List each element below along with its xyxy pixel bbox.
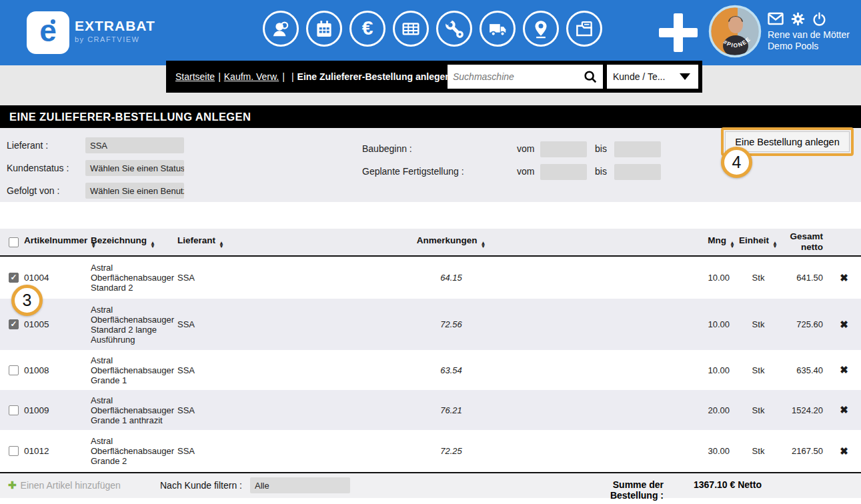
wrench-icon[interactable] <box>436 11 472 47</box>
location-icon[interactable] <box>523 11 559 47</box>
gefolgt-von-label: Gefolgt von : <box>7 185 59 196</box>
cell-mng: 20.00 <box>668 405 735 415</box>
cell-bezeichnung: Astral Oberflächenabsauger Standard 2 la… <box>91 305 177 345</box>
add-article-button[interactable]: ✚ Einen Artikel hinzufügen <box>8 479 121 491</box>
scope-select[interactable]: Kunde / Te... <box>607 65 698 89</box>
baubeginn-bis-label: bis <box>595 143 607 154</box>
table-row: 01012 Astral Oberflächenabsauger Grande … <box>0 430 861 472</box>
sort-icon[interactable] <box>772 242 778 249</box>
main-nav: € <box>263 11 602 47</box>
row-checkbox[interactable] <box>9 273 19 283</box>
cell-bezeichnung: Astral Oberflächenabsauger Grande 2 <box>91 436 177 466</box>
cell-mng: 10.00 <box>668 273 735 283</box>
cell-gesamt-netto: 1524.20 <box>782 405 827 415</box>
cell-anmerkungen: 64.15 <box>234 273 668 283</box>
order-sum-value: 1367.10 € Netto <box>694 479 762 490</box>
cell-artikelnummer: 01005 <box>24 319 91 329</box>
remove-row-icon[interactable]: ✖ <box>827 445 861 457</box>
baubeginn-vom-input[interactable] <box>540 141 587 157</box>
remove-row-icon[interactable]: ✖ <box>827 364 861 376</box>
mail-icon[interactable] <box>768 12 784 25</box>
col-header-mng[interactable]: Mng <box>668 235 735 249</box>
col-header-lieferant[interactable]: Lieferant <box>177 235 234 249</box>
truck-icon[interactable] <box>480 11 516 47</box>
filter-by-customer-select[interactable]: Alle <box>250 477 350 493</box>
power-icon[interactable] <box>812 12 826 26</box>
col-header-bezeichnung[interactable]: Bezeichnung <box>91 235 177 249</box>
col-header-gesamt-netto[interactable]: Gesamt netto <box>782 231 827 252</box>
search-input[interactable] <box>453 71 583 82</box>
plus-icon: ✚ <box>8 479 17 491</box>
table-row: 01009 Astral Oberflächenabsauger Grande … <box>0 390 861 430</box>
kundenstatus-select[interactable]: Wählen Sie einen Status <box>85 160 184 176</box>
fertigstellung-vom-label: vom <box>517 166 534 177</box>
euro-icon[interactable]: € <box>349 11 385 47</box>
col-header-artikelnummer[interactable]: Artikelnummer <box>24 235 91 249</box>
extrabat-logo[interactable]: e <box>27 11 69 54</box>
fertigstellung-vom-input[interactable] <box>540 164 587 180</box>
order-sum-label: Summe der Bestellung : <box>570 479 664 501</box>
table-footer: ✚ Einen Artikel hinzufügen Nach Kunde fi… <box>0 473 861 498</box>
row-checkbox[interactable] <box>9 365 19 375</box>
sort-icon[interactable] <box>480 242 486 249</box>
cell-einheit: Stk <box>735 405 782 415</box>
table-row: 01004 Astral Oberflächenabsauger Standar… <box>0 257 861 299</box>
cell-bezeichnung: Astral Oberflächenabsauger Standard 2 <box>91 263 177 293</box>
page-title: EINE ZULIEFERER-BESTELLUNG ANLEGEN <box>0 105 861 128</box>
brand-text: EXTRABAT by CRAFTVIEW <box>75 18 155 43</box>
annotation-step-3: 3 <box>11 285 43 316</box>
cell-artikelnummer: 01009 <box>24 405 91 415</box>
contacts-icon[interactable] <box>263 11 299 47</box>
cell-gesamt-netto: 635.40 <box>782 365 827 375</box>
gear-icon[interactable] <box>791 12 805 26</box>
cell-lieferant: SSA <box>177 273 234 283</box>
folders-icon[interactable] <box>566 11 602 47</box>
top-header: e EXTRABAT by CRAFTVIEW <box>0 0 861 65</box>
avatar[interactable]: #PIONEER <box>708 5 762 58</box>
table-header-row: Artikelnummer Bezeichnung Lieferant Anme… <box>0 229 861 257</box>
cell-anmerkungen: 76.21 <box>234 405 668 415</box>
col-header-anmerkungen[interactable]: Anmerkungen <box>234 235 668 249</box>
remove-row-icon[interactable]: ✖ <box>827 272 861 284</box>
baubeginn-bis-input[interactable] <box>614 141 661 157</box>
lieferant-input[interactable]: SSA <box>85 137 184 153</box>
cell-gesamt-netto: 641.50 <box>782 273 827 283</box>
fertigstellung-bis-input[interactable] <box>614 164 661 180</box>
sort-icon[interactable] <box>730 242 735 249</box>
table-body: 01004 Astral Oberflächenabsauger Standar… <box>0 257 861 474</box>
chevron-down-icon <box>680 73 690 80</box>
filter-by-customer-label: Nach Kunde filtern : <box>160 480 242 491</box>
cell-anmerkungen: 72.56 <box>234 319 668 329</box>
sort-icon[interactable] <box>150 242 155 249</box>
cell-einheit: Stk <box>735 446 782 456</box>
add-icon[interactable] <box>659 13 698 52</box>
breadcrumb-link-kaufm-verw[interactable]: Kaufm. Verw. <box>224 71 279 82</box>
breadcrumb-current: Eine Zulieferer-Bestellung anlegen <box>297 71 448 82</box>
col-header-einheit[interactable]: Einheit <box>735 235 782 249</box>
spreadsheet-icon[interactable] <box>393 11 429 47</box>
gefolgt-von-select[interactable]: Wählen Sie einen Benutzer <box>85 183 184 199</box>
table-row: 01005 Astral Oberflächenabsauger Standar… <box>0 299 861 350</box>
remove-row-icon[interactable]: ✖ <box>827 404 861 416</box>
brand-subtitle: by CRAFTVIEW <box>75 35 155 43</box>
scope-select-value: Kunde / Te... <box>613 71 665 82</box>
row-checkbox[interactable] <box>9 319 19 329</box>
cell-gesamt-netto: 2167.50 <box>782 446 827 456</box>
remove-row-icon[interactable]: ✖ <box>827 319 861 331</box>
table-row: 01008 Astral Oberflächenabsauger Grande … <box>0 350 861 390</box>
annotation-step-4: 4 <box>721 147 752 178</box>
cell-lieferant: SSA <box>177 365 234 375</box>
sort-icon[interactable] <box>219 242 224 249</box>
calendar-icon[interactable] <box>306 11 342 47</box>
cell-einheit: Stk <box>735 365 782 375</box>
breadcrumb-link-startseite[interactable]: Startseite <box>175 71 215 82</box>
search-icon[interactable] <box>583 69 598 84</box>
row-checkbox[interactable] <box>9 405 19 415</box>
baubeginn-label: Baubeginn : <box>362 143 412 154</box>
cell-artikelnummer: 01012 <box>24 446 91 456</box>
breadcrumb-bar: Startseite|Kaufm. Verw.||Eine Zulieferer… <box>166 61 702 93</box>
select-all-checkbox[interactable] <box>9 237 19 247</box>
row-checkbox[interactable] <box>9 446 19 456</box>
fertigstellung-bis-label: bis <box>595 166 607 177</box>
user-org: Demo Pools <box>768 41 850 51</box>
